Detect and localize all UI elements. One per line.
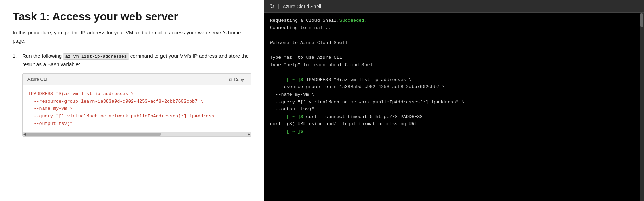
code-block-body: IPADDRESS="$(az vm list-ip-addresses \ -… <box>23 85 251 132</box>
code-block-lang: Azure CLI <box>27 76 47 83</box>
code-block: Azure CLI ⧉ Copy IPADDRESS="$(az vm list… <box>22 73 251 137</box>
intro-text: In this procedure, you get the IP addres… <box>13 28 251 45</box>
copy-icon: ⧉ <box>229 76 232 82</box>
shell-title: Azure Cloud Shell <box>283 4 321 9</box>
page-title: Task 1: Access your web server <box>13 10 251 23</box>
scroll-arrow-left-icon[interactable]: ◀ <box>23 132 26 137</box>
shell-line-cont-1: --resource-group learn-1a383a9d-c902-425… <box>270 84 445 90</box>
step-item-1: 1. Run the following az vm list-ip-addre… <box>13 52 251 137</box>
shell-line-prompt-only: [ ~ ]$ <box>270 129 303 134</box>
shell-cmd-2: curl --connect-timeout 5 http://$IPADDRE… <box>303 114 422 119</box>
code-block-header: Azure CLI ⧉ Copy <box>23 74 251 85</box>
shell-header: ↻ | Azure Cloud Shell <box>264 0 644 13</box>
scrollbar-track[interactable]: ◀ ▶ <box>23 132 251 136</box>
shell-line-curl-result: curl: (3) URL using bad/illegal format o… <box>270 121 417 127</box>
shell-succeeded: Succeeded. <box>339 18 367 23</box>
shell-line-cont-4: --output tsv)" <box>270 107 314 112</box>
shell-scroll-thumb[interactable] <box>640 13 643 27</box>
scroll-arrow-right-icon[interactable]: ▶ <box>248 132 250 137</box>
left-panel: Task 1: Access your web server In this p… <box>0 0 264 201</box>
shell-prompt-3: [ ~ ]$ <box>287 129 303 134</box>
shell-line-cont-2: --name my-vm \ <box>270 92 314 97</box>
step-content-1: Run the following az vm list-ip-addresse… <box>22 52 251 137</box>
scrollbar-thumb[interactable] <box>24 133 161 136</box>
shell-line-2: Connecting terminal... <box>270 25 331 31</box>
inline-code-1: az vm list-ip-addresses <box>63 53 129 60</box>
shell-body[interactable]: Requesting a Cloud Shell.Succeeded. Conn… <box>264 13 640 201</box>
shell-line-7: Type "help" to learn about Cloud Shell <box>270 62 375 68</box>
refresh-icon[interactable]: ↻ <box>270 3 274 10</box>
step-number-1: 1. <box>13 52 20 137</box>
copy-button[interactable]: ⧉ Copy <box>227 76 246 83</box>
shell-line-cont-3: --query "[].virtualMachine.network.publi… <box>270 99 464 105</box>
shell-prompt-2: [ ~ ]$ <box>287 114 303 119</box>
step-text-before: Run the following <box>22 53 63 59</box>
shell-line-cmd-1: [ ~ ]$ IPADDRESS="$(az vm list-ip-addres… <box>270 77 412 82</box>
shell-line-6: Type "az" to use Azure CLI <box>270 55 342 60</box>
copy-label: Copy <box>234 77 244 82</box>
shell-line-1: Requesting a Cloud Shell.Succeeded. <box>270 18 367 23</box>
step-list: 1. Run the following az vm list-ip-addre… <box>13 52 251 137</box>
right-inner: Requesting a Cloud Shell.Succeeded. Conn… <box>264 13 644 201</box>
shell-line-cmd-2: [ ~ ]$ curl --connect-timeout 5 http://$… <box>270 114 423 119</box>
shell-scrollbar[interactable] <box>640 13 644 201</box>
shell-prompt-1: [ ~ ]$ <box>287 77 303 82</box>
shell-cmd-1: IPADDRESS="$(az vm list-ip-addresses \ <box>303 77 412 82</box>
shell-line-4: Welcome to Azure Cloud Shell <box>270 40 348 45</box>
right-panel: ↻ | Azure Cloud Shell Requesting a Cloud… <box>264 0 644 201</box>
header-divider: | <box>278 3 279 10</box>
